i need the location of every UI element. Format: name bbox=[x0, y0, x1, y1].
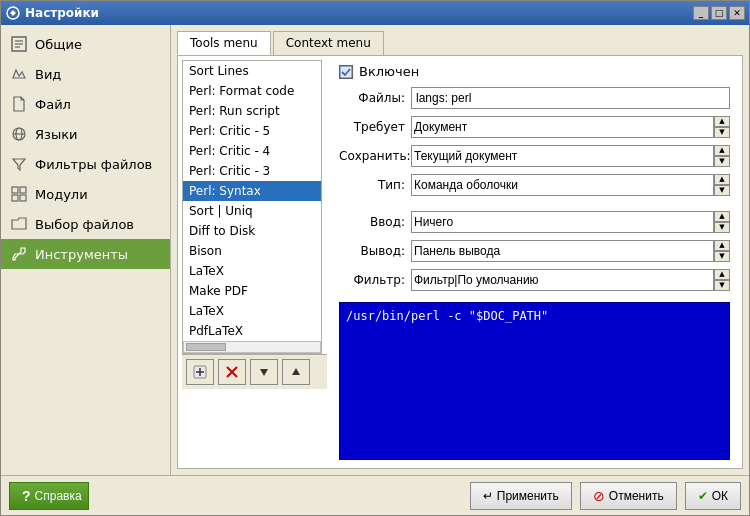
move-down-button[interactable] bbox=[250, 359, 278, 385]
filter-spin-down[interactable]: ▼ bbox=[714, 280, 730, 291]
bottom-bar: ? Справка ↵ Применить ⊘ Отменить ✔ ОК bbox=[1, 475, 749, 515]
tab-tools-menu[interactable]: Tools menu bbox=[177, 31, 271, 55]
tool-item-bison[interactable]: Bison bbox=[183, 241, 321, 261]
file-select-icon bbox=[9, 214, 29, 234]
type-label: Тип: bbox=[339, 178, 411, 192]
sidebar-label-file-filters: Фильтры файлов bbox=[35, 157, 152, 172]
modules-icon bbox=[9, 184, 29, 204]
apply-button[interactable]: ↵ Применить bbox=[470, 482, 572, 510]
tool-item-pdflatex[interactable]: PdfLaTeX bbox=[183, 321, 321, 341]
type-row: Тип: Команда оболочки ▲ ▼ bbox=[339, 174, 730, 196]
tool-item-perl-critic-3[interactable]: Perl: Critic - 3 bbox=[183, 161, 321, 181]
tools-list[interactable]: Sort LinesPerl: Format codePerl: Run scr… bbox=[183, 61, 321, 341]
tool-item-sort-lines[interactable]: Sort Lines bbox=[183, 61, 321, 81]
general-icon bbox=[9, 34, 29, 54]
title-bar: Настройки _ □ ✕ bbox=[1, 1, 749, 25]
ok-icon: ✔ bbox=[698, 489, 708, 503]
command-box[interactable]: /usr/bin/perl -c "$DOC_PATH" bbox=[339, 302, 730, 460]
sidebar-label-view: Вид bbox=[35, 67, 61, 82]
save-spin-up[interactable]: ▲ bbox=[714, 145, 730, 156]
sidebar-item-file-select[interactable]: Выбор файлов bbox=[1, 209, 170, 239]
requires-spin-down[interactable]: ▼ bbox=[714, 127, 730, 138]
bottom-left: ? Справка bbox=[9, 482, 89, 510]
svg-rect-11 bbox=[20, 195, 26, 201]
ok-button[interactable]: ✔ ОК bbox=[685, 482, 741, 510]
sidebar-label-file: Файл bbox=[35, 97, 71, 112]
cancel-icon: ⊘ bbox=[593, 488, 605, 504]
output-select[interactable]: Панель вывода bbox=[411, 240, 714, 262]
input-select[interactable]: Ничего bbox=[411, 211, 714, 233]
tool-settings-panel: Включен Файлы: Требует Документ bbox=[331, 60, 738, 464]
tab-context-menu[interactable]: Context menu bbox=[273, 31, 384, 55]
tool-item-make-pdf[interactable]: Make PDF bbox=[183, 281, 321, 301]
sidebar-label-modules: Модули bbox=[35, 187, 88, 202]
window-icon bbox=[5, 5, 21, 21]
tool-item-latex[interactable]: LaTeX bbox=[183, 261, 321, 281]
tool-item-perl-run[interactable]: Perl: Run script bbox=[183, 101, 321, 121]
input-spin-down[interactable]: ▼ bbox=[714, 222, 730, 233]
settings-window: Настройки _ □ ✕ Общие Вид bbox=[0, 0, 750, 516]
sidebar: Общие Вид Файл Языки bbox=[1, 25, 171, 475]
tool-item-perl-critic-4[interactable]: Perl: Critic - 4 bbox=[183, 141, 321, 161]
filter-spin-up[interactable]: ▲ bbox=[714, 269, 730, 280]
file-icon bbox=[9, 94, 29, 114]
view-icon bbox=[9, 64, 29, 84]
window-title: Настройки bbox=[25, 6, 693, 20]
move-up-button[interactable] bbox=[282, 359, 310, 385]
type-spin-down[interactable]: ▼ bbox=[714, 185, 730, 196]
tools-action-buttons bbox=[182, 354, 327, 389]
sidebar-item-tools[interactable]: Инструменты bbox=[1, 239, 170, 269]
add-tool-button[interactable] bbox=[186, 359, 214, 385]
save-spin-down[interactable]: ▼ bbox=[714, 156, 730, 167]
type-spin-up[interactable]: ▲ bbox=[714, 174, 730, 185]
sidebar-item-languages[interactable]: Языки bbox=[1, 119, 170, 149]
sidebar-item-file[interactable]: Файл bbox=[1, 89, 170, 119]
tool-item-perl-syntax[interactable]: Perl: Syntax bbox=[183, 181, 321, 201]
sidebar-item-general[interactable]: Общие bbox=[1, 29, 170, 59]
tool-item-latex2[interactable]: LaTeX bbox=[183, 301, 321, 321]
scrollbar-thumb bbox=[186, 343, 226, 351]
help-button[interactable]: ? Справка bbox=[9, 482, 89, 510]
svg-marker-18 bbox=[292, 368, 300, 375]
file-filters-icon bbox=[9, 154, 29, 174]
output-row: Вывод: Панель вывода ▲ ▼ bbox=[339, 240, 730, 262]
enabled-checkbox[interactable] bbox=[339, 65, 353, 79]
tools-list-container: Sort LinesPerl: Format codePerl: Run scr… bbox=[182, 60, 322, 354]
requires-select[interactable]: Документ bbox=[411, 116, 714, 138]
save-row: Сохранить: Текущий документ ▲ ▼ bbox=[339, 145, 730, 167]
sidebar-label-file-select: Выбор файлов bbox=[35, 217, 134, 232]
tool-item-diff-to-disk[interactable]: Diff to Disk bbox=[183, 221, 321, 241]
output-spin-up[interactable]: ▲ bbox=[714, 240, 730, 251]
close-button[interactable]: ✕ bbox=[729, 6, 745, 20]
save-label: Сохранить: bbox=[339, 149, 411, 163]
requires-row: Требует Документ ▲ ▼ bbox=[339, 116, 730, 138]
type-select[interactable]: Команда оболочки bbox=[411, 174, 714, 196]
maximize-button[interactable]: □ bbox=[711, 6, 727, 20]
files-label: Файлы: bbox=[339, 91, 411, 105]
output-label: Вывод: bbox=[339, 244, 411, 258]
tool-item-sort-uniq[interactable]: Sort | Uniq bbox=[183, 201, 321, 221]
cancel-button[interactable]: ⊘ Отменить bbox=[580, 482, 677, 510]
files-row: Файлы: bbox=[339, 87, 730, 109]
input-spin-up[interactable]: ▲ bbox=[714, 211, 730, 222]
tab-content: Sort LinesPerl: Format codePerl: Run scr… bbox=[177, 55, 743, 469]
requires-spin-up[interactable]: ▲ bbox=[714, 116, 730, 127]
window-controls: _ □ ✕ bbox=[693, 6, 745, 20]
files-input[interactable] bbox=[411, 87, 730, 109]
tool-item-perl-format[interactable]: Perl: Format code bbox=[183, 81, 321, 101]
minimize-button[interactable]: _ bbox=[693, 6, 709, 20]
output-spin-down[interactable]: ▼ bbox=[714, 251, 730, 262]
filter-select[interactable]: Фильтр|По умолчанию bbox=[411, 269, 714, 291]
tool-item-perl-critic-5[interactable]: Perl: Critic - 5 bbox=[183, 121, 321, 141]
delete-tool-button[interactable] bbox=[218, 359, 246, 385]
svg-rect-9 bbox=[20, 187, 26, 193]
window-body: Общие Вид Файл Языки bbox=[1, 25, 749, 475]
tools-horizontal-scrollbar[interactable] bbox=[183, 341, 321, 353]
sidebar-item-file-filters[interactable]: Фильтры файлов bbox=[1, 149, 170, 179]
save-select[interactable]: Текущий документ bbox=[411, 145, 714, 167]
input-label: Ввод: bbox=[339, 215, 411, 229]
svg-marker-17 bbox=[260, 369, 268, 376]
sidebar-label-languages: Языки bbox=[35, 127, 78, 142]
sidebar-item-modules[interactable]: Модули bbox=[1, 179, 170, 209]
sidebar-item-view[interactable]: Вид bbox=[1, 59, 170, 89]
